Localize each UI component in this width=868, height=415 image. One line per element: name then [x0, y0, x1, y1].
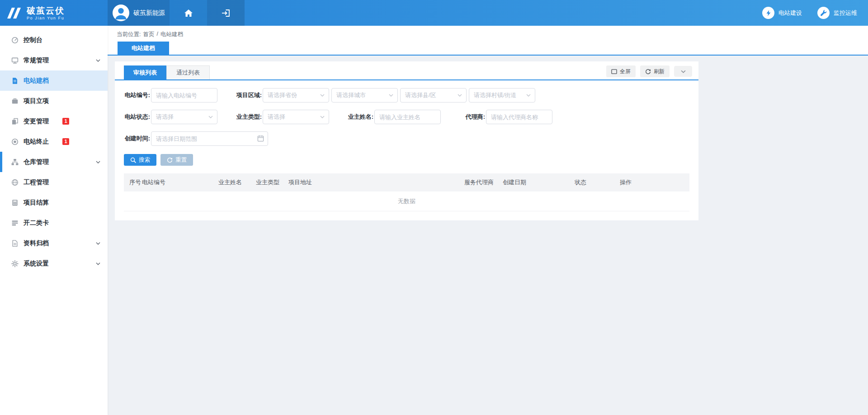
search-button[interactable]: 搜索	[124, 154, 156, 166]
filter-row-2: 电站状态: 请选择 业主类型: 请选择 业主	[124, 110, 689, 124]
chevron-down-icon	[208, 116, 213, 118]
sidebar-item-project-settlement[interactable]: 项目结算	[0, 192, 108, 213]
column-header-actions: 操作	[620, 178, 689, 187]
sidebar: 控制台 常规管理 电站建档 项目立项 变更管理 1 电站终止 1	[0, 26, 108, 415]
sidebar-item-label: 开二类卡	[24, 219, 49, 227]
created-time-label: 创建时间:	[124, 135, 150, 143]
panel-card: 审核列表 通过列表 全屏 刷新	[115, 61, 698, 220]
reset-icon	[167, 157, 173, 163]
owner-type-select[interactable]: 请选择	[263, 110, 329, 124]
main-area: 当前位置: 首页 / 电站建档 电站建档 审核列表 通过列表 全屏 刷新	[108, 26, 868, 415]
province-select[interactable]: 请选择省份	[263, 88, 329, 103]
filter-row-1: 电站编号: 项目区域: 请选择省份 请选择城市	[124, 88, 689, 103]
copy-icon	[11, 117, 19, 125]
refresh-button[interactable]: 刷新	[640, 65, 670, 77]
header-nav: 电站建设 监控运维	[762, 0, 868, 26]
stop-circle-icon	[11, 138, 19, 145]
wrench-icon	[817, 7, 830, 19]
breadcrumb: 当前位置: 首页 / 电站建档	[117, 31, 183, 38]
breadcrumb-strip: 当前位置: 首页 / 电站建档 电站建档	[108, 26, 868, 56]
column-header-station-no: 电站编号	[142, 178, 218, 187]
owner-type-label: 业主类型:	[236, 113, 262, 121]
filter-station-no: 电站编号:	[124, 88, 217, 103]
brand-subtitle: Po Jian Yun Fu	[27, 16, 65, 20]
brand-text: 破茧云伏 Po Jian Yun Fu	[27, 6, 65, 20]
sidebar-item-station-termination[interactable]: 电站终止 1	[0, 131, 108, 152]
sidebar-item-system-settings[interactable]: 系统设置	[0, 253, 108, 274]
chevron-down-icon	[320, 116, 325, 118]
county-select[interactable]: 请选择县/区	[400, 88, 467, 103]
station-status-label: 电站状态:	[124, 113, 150, 121]
panel-tabs: 审核列表 通过列表 全屏 刷新	[115, 61, 698, 80]
sidebar-item-data-archive[interactable]: 资料归档	[0, 233, 108, 253]
home-button[interactable]	[170, 0, 207, 26]
sidebar-item-change-mgmt[interactable]: 变更管理 1	[0, 111, 108, 131]
sidebar-item-label: 变更管理	[24, 117, 49, 126]
owner-type-value: 请选择	[268, 113, 285, 121]
status-badge: 1	[62, 138, 69, 145]
city-select-value: 请选择城市	[336, 91, 366, 99]
sidebar-item-project-initiation[interactable]: 项目立项	[0, 91, 108, 111]
top-header: 破茧云伏 Po Jian Yun Fu 破茧新能源	[0, 0, 868, 26]
chevron-down-icon	[320, 94, 325, 97]
region-selects: 请选择省份 请选择城市 请选择县/区	[263, 88, 535, 103]
user-menu[interactable]: 破茧新能源	[108, 0, 170, 26]
province-select-value: 请选择省份	[268, 91, 297, 99]
tab-review-list[interactable]: 审核列表	[124, 65, 166, 79]
nav-station-build[interactable]: 电站建设	[762, 7, 802, 19]
station-no-input[interactable]	[151, 88, 217, 103]
gear-icon	[11, 260, 19, 267]
region-label: 项目区域:	[236, 91, 262, 99]
filter-station-status: 电站状态: 请选择	[124, 110, 217, 124]
archive-icon	[11, 239, 19, 247]
sidebar-item-label: 常规管理	[24, 56, 49, 65]
sidebar-item-engineering-mgmt[interactable]: 工程管理	[0, 172, 108, 192]
sidebar-item-console[interactable]: 控制台	[0, 30, 108, 50]
search-icon	[130, 157, 136, 163]
agent-label: 代理商:	[459, 113, 485, 121]
fullscreen-icon	[611, 69, 617, 75]
owner-name-input[interactable]	[374, 110, 441, 124]
column-header-service-agent: 服务代理商	[464, 178, 503, 187]
sidebar-item-label: 工程管理	[24, 178, 49, 187]
sidebar-item-general-mgmt[interactable]: 常规管理	[0, 50, 108, 70]
station-status-select[interactable]: 请选择	[151, 110, 217, 124]
refresh-label: 刷新	[654, 68, 665, 75]
reset-label: 重置	[175, 156, 187, 164]
chevron-down-icon	[96, 161, 100, 163]
sidebar-item-station-archive[interactable]: 电站建档	[0, 70, 108, 91]
sidebar-item-label: 项目结算	[24, 199, 49, 207]
document-icon	[11, 77, 19, 84]
fullscreen-button[interactable]: 全屏	[606, 65, 636, 77]
sidebar-item-label: 仓库管理	[24, 158, 49, 166]
logout-button[interactable]	[207, 0, 245, 26]
results-table: 序号 电站编号 业主姓名 业主类型 项目地址 服务代理商 创建日期 状态 操作 …	[124, 173, 689, 211]
filter-form: 电站编号: 项目区域: 请选择省份 请选择城市	[115, 80, 698, 146]
nav-monitor-ops[interactable]: 监控运维	[817, 7, 857, 19]
sidebar-item-warehouse-mgmt[interactable]: 仓库管理	[0, 152, 108, 172]
list-icon	[11, 219, 19, 227]
filter-actions: 搜索 重置	[115, 153, 698, 166]
home-icon	[184, 9, 193, 17]
city-select[interactable]: 请选择城市	[331, 88, 398, 103]
table-empty-state: 无数据	[124, 191, 689, 211]
calculator-icon	[11, 199, 19, 206]
fullscreen-label: 全屏	[620, 68, 631, 75]
reset-button[interactable]: 重置	[160, 154, 193, 166]
date-range-input[interactable]	[151, 131, 268, 146]
content: 审核列表 通过列表 全屏 刷新	[108, 56, 868, 220]
town-select[interactable]: 请选择村镇/街道	[469, 88, 535, 103]
owner-name-label: 业主姓名:	[347, 113, 373, 121]
briefcase-icon	[11, 97, 19, 105]
breadcrumb-current: 电站建档	[160, 31, 183, 38]
tab-passed-list[interactable]: 通过列表	[166, 65, 210, 79]
sidebar-item-label: 系统设置	[24, 260, 49, 268]
breadcrumb-prefix: 当前位置:	[117, 31, 141, 38]
breadcrumb-home-link[interactable]: 首页	[143, 31, 154, 38]
collapse-filters-button[interactable]	[674, 66, 692, 77]
filter-agent: 代理商:	[459, 110, 552, 124]
page-tab-station-archive[interactable]: 电站建档	[118, 42, 169, 55]
agent-input[interactable]	[486, 110, 552, 124]
brand-title: 破茧云伏	[27, 6, 65, 16]
sidebar-item-type2-card[interactable]: 开二类卡	[0, 213, 108, 233]
